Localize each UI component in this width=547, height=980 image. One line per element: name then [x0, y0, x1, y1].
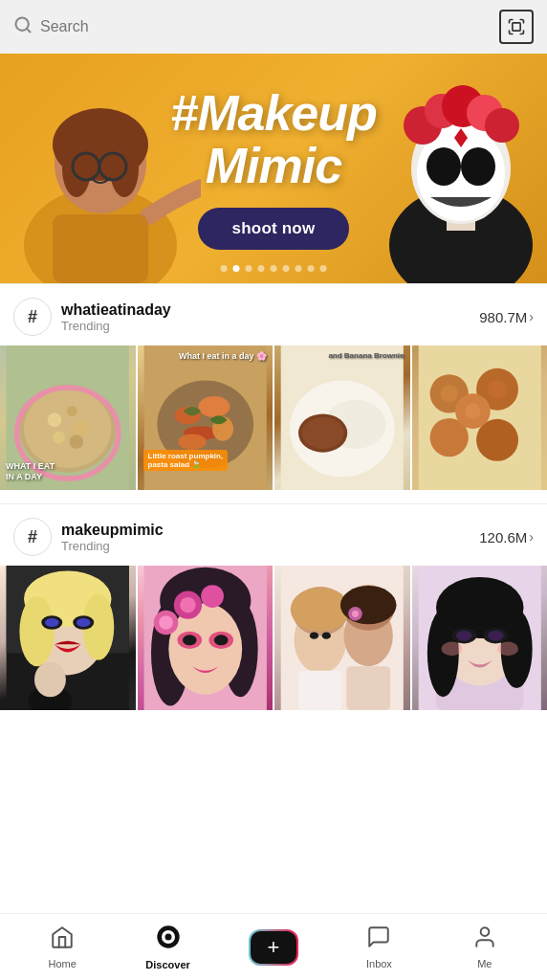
makeup-image-grid — [0, 566, 547, 724]
svg-point-53 — [465, 403, 480, 418]
nav-item-home[interactable]: Home — [10, 924, 115, 969]
trend-section-whatieatinaday: # whatieatinaday Trending 980.7M › — [0, 283, 547, 503]
main-content: #Makeup Mimic shoot now # — [0, 0, 547, 795]
banner-dot-7[interactable] — [295, 265, 302, 272]
trend-left-2: # makeupmimic Trending — [13, 518, 164, 556]
svg-point-62 — [45, 618, 59, 627]
add-button[interactable]: + — [249, 929, 298, 966]
svg-point-88 — [310, 633, 318, 639]
banner-dot-5[interactable] — [271, 265, 277, 272]
food-grid-inner-4 — [412, 345, 548, 490]
svg-point-52 — [487, 380, 506, 399]
svg-point-105 — [497, 642, 518, 657]
banner: #Makeup Mimic shoot now — [0, 54, 547, 283]
svg-rect-2 — [513, 23, 520, 31]
search-bar — [0, 0, 547, 54]
nav-label-inbox: Inbox — [366, 958, 392, 969]
makeup-grid-item-4[interactable] — [412, 566, 548, 710]
svg-point-87 — [340, 586, 397, 624]
chevron-right-icon-1: › — [529, 309, 534, 324]
svg-point-31 — [70, 434, 84, 449]
food-image-grid: WHAT I EATIN A DAY — [0, 345, 547, 503]
plus-icon: + — [268, 937, 280, 958]
banner-hashtag: #Makeup — [170, 85, 377, 141]
svg-rect-93 — [346, 666, 390, 710]
me-icon — [472, 924, 497, 955]
trend-header-2: # makeupmimic Trending 120.6M › — [0, 518, 547, 566]
svg-point-58 — [19, 596, 55, 666]
food-overlay-top-2: What I eat in a day 🌸 — [179, 351, 267, 361]
svg-point-104 — [441, 642, 462, 657]
bottom-nav: Home Discover + Inbox — [0, 913, 547, 980]
svg-line-1 — [27, 28, 31, 32]
svg-point-75 — [213, 635, 228, 645]
makeup-grid-inner-3 — [274, 566, 410, 710]
discover-icon — [155, 924, 182, 956]
food-grid-item-2[interactable]: What I eat in a day 🌸 Little roast pumpk… — [138, 345, 274, 490]
trend-name-1[interactable]: whatieatinaday — [61, 301, 171, 319]
scan-icon[interactable] — [499, 10, 534, 44]
banner-overlay: #Makeup Mimic shoot now — [0, 54, 547, 283]
trend-name-2[interactable]: makeupmimic — [61, 522, 164, 539]
hashtag-symbol-2: # — [28, 527, 37, 547]
trend-info-1: whatieatinaday Trending — [61, 301, 171, 333]
svg-point-71 — [168, 603, 242, 694]
hashtag-circle-1[interactable]: # — [13, 298, 52, 336]
trend-section-makeupmimic: # makeupmimic Trending 120.6M › — [0, 503, 547, 724]
banner-dot-2[interactable] — [233, 265, 240, 272]
makeup-grid-inner-4 — [412, 566, 548, 710]
makeup-grid-item-1[interactable] — [0, 566, 136, 710]
svg-rect-92 — [298, 671, 342, 710]
trend-left-1: # whatieatinaday Trending — [13, 298, 171, 336]
banner-dot-1[interactable] — [221, 265, 228, 272]
banner-dot-3[interactable] — [246, 265, 252, 272]
svg-point-65 — [34, 662, 66, 698]
trend-count-1[interactable]: 980.7M › — [479, 309, 534, 325]
svg-point-77 — [159, 615, 173, 630]
home-icon — [50, 924, 75, 955]
food-overlay-1: WHAT I EATIN A DAY — [6, 461, 55, 482]
hashtag-circle-2[interactable]: # — [13, 518, 52, 556]
svg-point-79 — [180, 597, 195, 612]
food-grid-item-3[interactable]: and Banana Brownie — [274, 345, 410, 490]
svg-point-26 — [24, 390, 112, 468]
chevron-right-icon-2: › — [529, 529, 534, 545]
svg-point-39 — [178, 434, 206, 449]
food-grid-inner-3 — [274, 345, 410, 490]
banner-dot-9[interactable] — [320, 265, 327, 272]
trend-count-value-2: 120.6M — [479, 529, 527, 546]
makeup-grid-inner-1 — [0, 566, 136, 710]
banner-dot-4[interactable] — [258, 265, 265, 272]
svg-point-103 — [487, 631, 502, 641]
inbox-icon — [366, 924, 391, 955]
svg-point-30 — [53, 432, 65, 444]
trend-info-2: makeupmimic Trending — [61, 522, 164, 553]
trend-label-2: Trending — [61, 539, 164, 553]
nav-item-inbox[interactable]: Inbox — [326, 924, 431, 969]
svg-point-27 — [48, 412, 62, 427]
makeup-grid-item-2[interactable] — [138, 566, 274, 710]
trend-header-1: # whatieatinaday Trending 980.7M › — [0, 298, 547, 345]
makeup-grid-inner-2 — [138, 566, 274, 710]
food-grid-item-1[interactable]: WHAT I EATIN A DAY — [0, 345, 136, 490]
shoot-now-button[interactable]: shoot now — [198, 208, 350, 250]
banner-dot-6[interactable] — [283, 265, 290, 272]
banner-subtitle: Mimic — [206, 138, 341, 193]
nav-item-me[interactable]: Me — [432, 924, 537, 969]
svg-point-80 — [201, 585, 224, 608]
svg-point-29 — [73, 421, 88, 436]
trend-count-2[interactable]: 120.6M › — [479, 529, 534, 546]
food-grid-item-4[interactable] — [412, 345, 548, 490]
search-input-area[interactable] — [13, 15, 492, 39]
banner-dot-8[interactable] — [308, 265, 315, 272]
svg-point-109 — [480, 927, 489, 936]
nav-item-discover[interactable]: Discover — [115, 924, 220, 970]
svg-point-63 — [77, 618, 91, 627]
nav-item-add[interactable]: + — [221, 929, 326, 966]
makeup-grid-item-3[interactable] — [274, 566, 410, 710]
trend-label-1: Trending — [61, 319, 171, 333]
search-input[interactable] — [40, 18, 492, 35]
banner-dots — [221, 265, 327, 272]
food-overlay-top-3: and Banana Brownie — [328, 351, 404, 360]
svg-point-108 — [164, 934, 171, 941]
